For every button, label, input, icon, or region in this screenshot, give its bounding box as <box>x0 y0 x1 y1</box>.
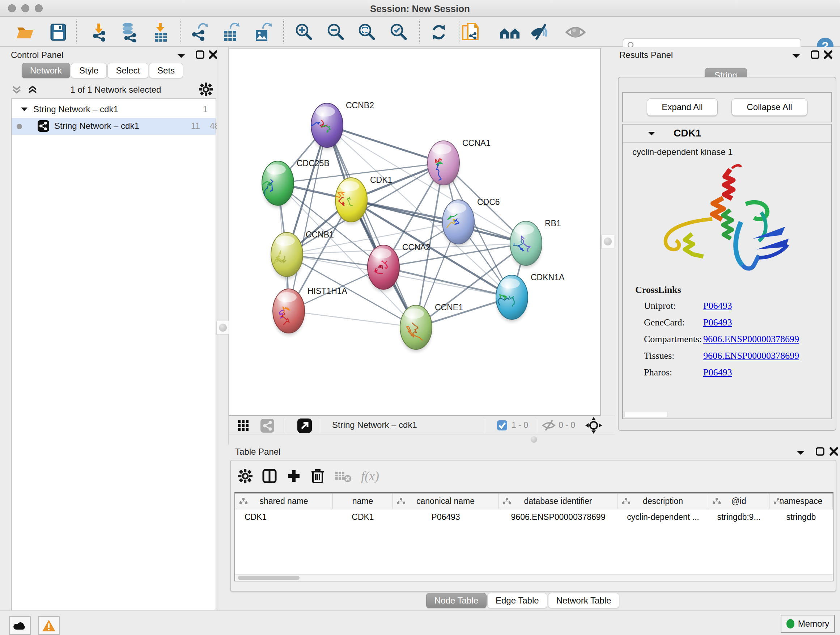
column-header--id[interactable]: @id <box>708 494 769 509</box>
crosslink-row: Pharos:P06493 <box>635 364 823 381</box>
zoom-out-button[interactable] <box>325 22 347 43</box>
panel-maximize-icon[interactable] <box>810 50 820 59</box>
right-splitter-handle[interactable] <box>601 234 614 249</box>
crosslink-value-link[interactable]: P06493 <box>703 301 732 311</box>
import-network-database-button[interactable] <box>118 22 140 43</box>
table-scrollbar[interactable] <box>235 574 833 581</box>
panel-maximize-icon[interactable] <box>815 447 825 456</box>
memory-button[interactable]: Memory <box>781 615 835 633</box>
table-scrollbar-thumb[interactable] <box>238 576 300 580</box>
network-canvas[interactable]: CCNB2CCNA1CDC25BCDK1CDC6RB1CCNB1CCNA2CDK… <box>229 48 600 416</box>
warnings-button[interactable] <box>38 616 60 635</box>
zoom-in-button[interactable] <box>294 22 315 43</box>
left-splitter-handle[interactable] <box>216 321 229 334</box>
expand-all-chevron-icon[interactable] <box>27 86 38 95</box>
grid-view-icon[interactable] <box>238 420 249 431</box>
panel-close-icon[interactable] <box>829 447 838 456</box>
edge[interactable] <box>289 311 416 327</box>
import-network-button[interactable] <box>88 22 109 43</box>
new-network-from-selection-button[interactable] <box>460 22 481 43</box>
right-splitter[interactable] <box>600 48 615 416</box>
tab-node-table[interactable]: Node Table <box>426 593 486 608</box>
panel-float-icon[interactable] <box>796 450 805 456</box>
control-panel-tabs: NetworkStyleSelectSets <box>22 63 184 78</box>
cloud-icon <box>13 620 27 631</box>
tree-expander-icon[interactable] <box>20 106 28 112</box>
gear-icon[interactable] <box>199 82 213 96</box>
table-row[interactable]: CDK1CDK1P064939606.ENSP00000378699cyclin… <box>235 509 833 524</box>
crosslink-value-link[interactable]: P06493 <box>703 317 732 328</box>
tab-network[interactable]: Network <box>22 63 70 78</box>
table-cell: P06493 <box>393 509 499 524</box>
export-table-button[interactable] <box>220 22 241 43</box>
collection-label: String Network – cdk1 <box>33 104 118 114</box>
crosslink-value-link[interactable]: 9606.ENSP00000378699 <box>703 334 799 345</box>
crosslinks-section: CrossLinks Uniprot:P06493GeneCard:P06493… <box>635 285 823 381</box>
show-all-button[interactable] <box>565 22 586 43</box>
import-table-button[interactable] <box>150 22 172 43</box>
crosslink-value-link[interactable]: 9606.ENSP00000378699 <box>703 350 799 361</box>
column-header-name[interactable]: name <box>333 494 393 509</box>
table-panel-title: Table Panel <box>235 447 280 457</box>
horizontal-splitter-handle[interactable] <box>527 435 540 444</box>
selected-checkbox-icon[interactable] <box>497 420 507 431</box>
column-header-database-identifier[interactable]: database identifier <box>499 494 618 509</box>
panel-maximize-icon[interactable] <box>195 50 205 59</box>
panel-float-icon[interactable] <box>177 53 186 59</box>
node-table[interactable]: shared namenamecanonical namedatabase id… <box>234 492 834 581</box>
open-in-new-window-icon[interactable] <box>297 418 312 433</box>
edge[interactable] <box>327 125 416 327</box>
hide-selected-button[interactable] <box>530 22 551 43</box>
expand-all-button[interactable]: Expand All <box>647 98 718 116</box>
node-CCNA2[interactable]: CCNA2 <box>368 242 431 292</box>
node-CCNE1[interactable]: CCNE1 <box>400 302 463 352</box>
open-session-button[interactable] <box>14 22 35 43</box>
network-collection-row[interactable]: String Network – cdk1 1 <box>11 101 216 118</box>
results-scrollbar[interactable] <box>624 412 668 417</box>
crosslink-row: Uniprot:P06493 <box>635 298 823 314</box>
tab-style[interactable]: Style <box>71 63 107 78</box>
export-network-button[interactable] <box>189 22 210 43</box>
tab-edge-table[interactable]: Edge Table <box>487 593 547 608</box>
column-header-description[interactable]: description <box>618 494 708 509</box>
node-RB1[interactable]: RB1 <box>510 219 561 268</box>
export-image-button[interactable] <box>252 22 273 43</box>
birds-eye-crosshair-icon[interactable] <box>585 417 602 434</box>
column-header-namespace[interactable]: namespace <box>769 494 833 509</box>
edge[interactable] <box>327 125 444 163</box>
node-HIST1H1A[interactable]: HIST1H1A <box>273 287 347 336</box>
crosslink-value-link[interactable]: P06493 <box>703 367 732 378</box>
node-CCNB2[interactable]: CCNB2 <box>303 101 374 150</box>
refresh-button[interactable] <box>428 22 449 43</box>
column-header-canonical-name[interactable]: canonical name <box>393 494 499 509</box>
first-neighbors-button[interactable] <box>499 22 520 43</box>
panel-close-icon[interactable] <box>208 50 218 59</box>
tab-select[interactable]: Select <box>107 63 148 78</box>
edge[interactable] <box>278 183 458 222</box>
function-builder-icon[interactable]: f(x) <box>361 469 379 484</box>
collapse-all-chevron-icon[interactable] <box>11 86 22 95</box>
tab-sets[interactable]: Sets <box>149 63 183 78</box>
gene-collapse-icon[interactable] <box>647 130 656 137</box>
zoom-selected-button[interactable] <box>388 22 409 43</box>
node-CCNA1[interactable]: CCNA1 <box>428 138 491 187</box>
edge[interactable] <box>384 267 512 297</box>
show-columns-icon[interactable] <box>262 469 277 484</box>
hidden-eye-icon[interactable] <box>542 420 556 431</box>
delete-table-icon[interactable] <box>334 470 352 483</box>
collapse-all-button[interactable]: Collapse All <box>731 98 807 116</box>
delete-column-trash-icon[interactable] <box>310 468 325 484</box>
network-share-icon[interactable] <box>261 419 274 432</box>
panel-close-icon[interactable] <box>823 50 833 59</box>
cloud-button[interactable] <box>9 616 31 635</box>
add-column-icon[interactable] <box>286 469 301 483</box>
save-session-button[interactable] <box>48 22 69 43</box>
table-settings-gear-icon[interactable] <box>238 469 253 483</box>
node-CDKN1A[interactable]: CDKN1A <box>496 272 565 322</box>
tab-network-table[interactable]: Network Table <box>548 593 620 608</box>
node-CCNB1[interactable]: CCNB1 <box>271 230 334 279</box>
network-row-selected[interactable]: String Network – cdk1 11 48 <box>11 118 216 135</box>
panel-float-icon[interactable] <box>791 53 801 59</box>
zoom-fit-button[interactable] <box>357 22 378 43</box>
column-header-shared-name[interactable]: shared name <box>235 494 333 509</box>
